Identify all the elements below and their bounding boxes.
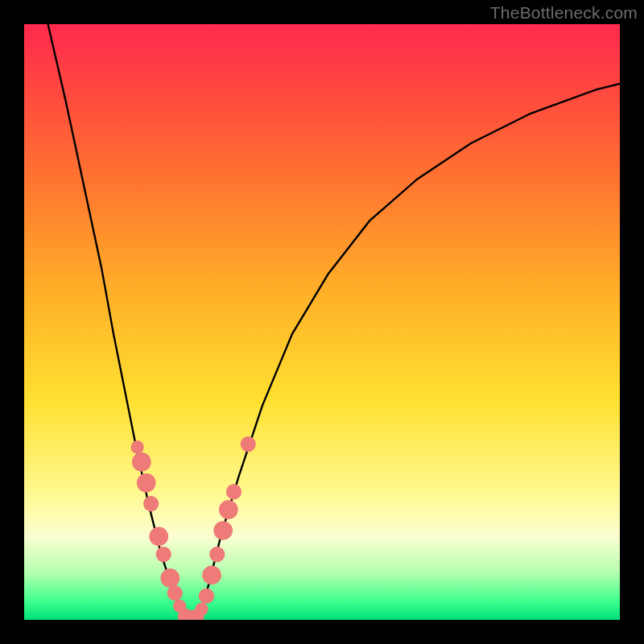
sample-dot xyxy=(195,603,208,616)
sample-dot xyxy=(160,568,180,588)
sample-dot xyxy=(213,521,233,540)
sample-dot xyxy=(143,496,159,511)
sample-dot xyxy=(167,585,183,601)
sample-dot xyxy=(137,473,156,493)
sample-dots-group xyxy=(130,436,255,620)
sample-dot xyxy=(149,527,168,547)
sample-dot xyxy=(156,547,171,562)
sample-dot xyxy=(199,588,214,604)
curve-layer xyxy=(24,24,620,620)
curve-right-arm xyxy=(199,84,620,620)
chart-frame: TheBottleneck.com xyxy=(0,0,644,644)
plot-area xyxy=(24,24,620,620)
sample-dot xyxy=(130,440,143,453)
sample-dot xyxy=(202,566,221,585)
sample-dot xyxy=(209,547,225,562)
sample-dot xyxy=(132,452,151,472)
sample-dot xyxy=(219,500,238,519)
sample-dot xyxy=(226,484,242,499)
sample-dot xyxy=(241,436,256,452)
watermark-text: TheBottleneck.com xyxy=(490,3,638,23)
